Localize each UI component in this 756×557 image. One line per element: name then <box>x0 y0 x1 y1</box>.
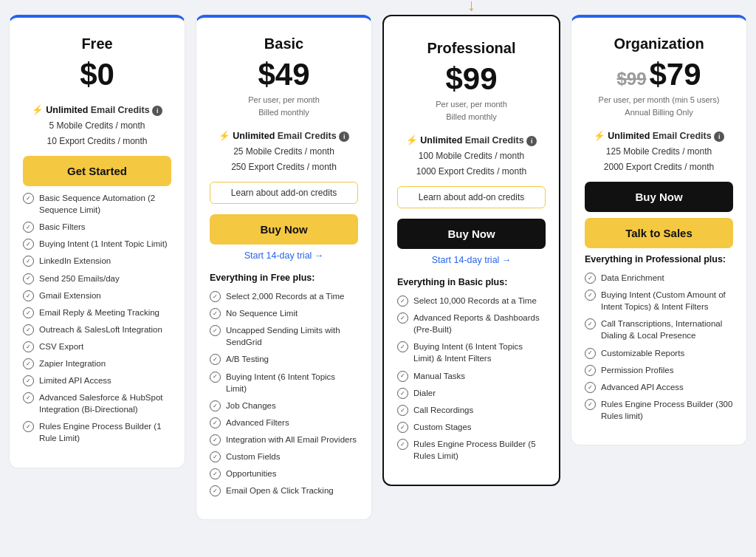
check-icon: ✓ <box>23 273 34 284</box>
feature-text: A/B Testing <box>226 353 269 365</box>
feature-text: Dialer <box>413 387 436 399</box>
feature-item: ✓ Custom Fields <box>210 451 358 462</box>
features-title-organization: Everything in Professional plus: <box>585 254 733 264</box>
cta-button-basic[interactable]: Buy Now <box>210 214 358 245</box>
feature-item: ✓ No Sequence Limit <box>210 307 358 319</box>
trial-link-professional[interactable]: Start 14-day trial → <box>397 255 546 265</box>
feature-text: Buying Intent (1 Intent Topic Limit) <box>39 238 168 250</box>
check-icon: ✓ <box>23 193 34 204</box>
feature-item: ✓ Basic Sequence Automation (2 Sequence … <box>23 192 171 216</box>
check-icon: ✓ <box>585 318 596 329</box>
plan-name-free: Free <box>23 35 171 52</box>
check-icon: ✓ <box>585 290 596 301</box>
check-icon: ✓ <box>397 312 408 324</box>
feature-item: ✓ A/B Testing <box>210 353 358 365</box>
feature-text: Email Reply & Meeting Tracking <box>39 307 159 318</box>
feature-text: Zapier Integration <box>39 358 106 369</box>
feature-text: Rules Engine Process Builder (300 Rules … <box>601 398 733 422</box>
feature-text: Rules Engine Process Builder (5 Rules Li… <box>413 438 546 462</box>
check-icon: ✓ <box>585 273 596 284</box>
check-icon: ✓ <box>210 451 221 462</box>
plan-price-basic: $49 <box>210 57 358 92</box>
feature-item: ✓ Permission Profiles <box>585 364 733 376</box>
cta-button-free[interactable]: Get Started <box>23 156 171 186</box>
check-icon: ✓ <box>23 341 34 352</box>
cta-button-professional[interactable]: Buy Now <box>397 219 546 249</box>
feature-item: ✓ Email Open & Click Tracking <box>210 485 358 496</box>
addon-link-basic[interactable]: Learn about add-on credits <box>210 182 358 204</box>
feature-item: ✓ Rules Engine Process Builder (5 Rules … <box>397 438 546 462</box>
plan-billing-organization: Per user, per month (min 5 users)Annual … <box>585 94 733 118</box>
feature-item: ✓ Advanced Reports & Dashboards (Pre-Bui… <box>397 312 546 335</box>
feature-text: LinkedIn Extension <box>39 255 111 267</box>
plan-card-basic: Basic$49Per user, per monthBilled monthl… <box>196 15 372 520</box>
feature-text: Call Transcriptions, International Diali… <box>601 318 733 341</box>
feature-item: ✓ Advanced API Access <box>585 381 733 393</box>
pricing-container: Free$0⚡ Unlimited Email Credits i5 Mobil… <box>9 15 747 520</box>
feature-item: ✓ Email Reply & Meeting Tracking <box>23 307 171 318</box>
cta-button-sales-organization[interactable]: Talk to Sales <box>585 218 733 248</box>
features-title-basic: Everything in Free plus: <box>210 273 358 283</box>
price-amount-free: $0 <box>80 57 114 92</box>
check-icon: ✓ <box>585 348 596 359</box>
feature-item: ✓ Buying Intent (1 Intent Topic Limit) <box>23 238 171 250</box>
feature-item: ✓ Buying Intent (6 Intent Topics Limit) <box>210 371 358 394</box>
plan-card-professional: ↓Professional$99Per user, per monthBille… <box>382 15 560 486</box>
check-icon: ✓ <box>210 372 221 383</box>
feature-list-basic: ✓ Select 2,000 Records at a Time ✓ No Se… <box>210 290 358 496</box>
plan-billing-basic: Per user, per monthBilled monthly <box>210 94 358 118</box>
feature-text: Limited API Access <box>39 375 111 386</box>
price-amount-professional: $99 <box>445 61 497 96</box>
feature-item: ✓ Select 10,000 Records at a Time <box>397 295 546 307</box>
feature-item: ✓ Rules Engine Process Builder (300 Rule… <box>585 398 733 422</box>
cta-button-buy-organization[interactable]: Buy Now <box>585 182 733 212</box>
feature-list-professional: ✓ Select 10,000 Records at a Time ✓ Adva… <box>397 295 546 462</box>
check-icon: ✓ <box>210 354 221 365</box>
feature-text: Gmail Extension <box>39 290 101 301</box>
check-icon: ✓ <box>23 222 34 233</box>
feature-text: Outreach & SalesLoft Integration <box>39 324 162 335</box>
feature-item: ✓ Select 2,000 Records at a Time <box>210 290 358 302</box>
addon-link-professional[interactable]: Learn about add-on credits <box>397 186 546 208</box>
price-amount-basic: $49 <box>258 57 309 92</box>
feature-item: ✓ Uncapped Sending Limits with SendGrid <box>210 324 358 348</box>
check-icon: ✓ <box>585 399 596 410</box>
check-icon: ✓ <box>23 239 34 250</box>
check-icon: ✓ <box>210 325 221 336</box>
feature-text: Advanced Filters <box>226 417 289 428</box>
check-icon: ✓ <box>397 371 408 382</box>
feature-text: Buying Intent (6 Intent Topics Limit) <box>226 371 358 394</box>
check-icon: ✓ <box>23 375 34 386</box>
feature-item: ✓ Limited API Access <box>23 375 171 386</box>
check-icon: ✓ <box>397 439 408 450</box>
feature-item: ✓ Custom Stages <box>397 421 546 433</box>
feature-list-free: ✓ Basic Sequence Automation (2 Sequence … <box>23 192 171 445</box>
feature-text: Email Open & Click Tracking <box>226 485 334 496</box>
credits-box-organization: ⚡ Unlimited Email Credits i125 Mobile Cr… <box>585 129 733 174</box>
feature-item: ✓ Outreach & SalesLoft Integration <box>23 324 171 335</box>
check-icon: ✓ <box>397 388 408 399</box>
feature-item: ✓ Basic Filters <box>23 221 171 233</box>
feature-item: ✓ Data Enrichment <box>585 272 733 284</box>
check-icon: ✓ <box>23 290 34 301</box>
feature-item: ✓ Rules Engine Process Builder (1 Rule L… <box>23 420 171 444</box>
feature-text: Permission Profiles <box>601 364 673 376</box>
feature-text: Select 2,000 Records at a Time <box>226 290 344 302</box>
credits-box-basic: ⚡ Unlimited Email Credits i25 Mobile Cre… <box>210 129 358 174</box>
feature-item: ✓ Buying Intent (6 Intent Topics Limit) … <box>397 341 546 364</box>
plan-name-basic: Basic <box>210 35 358 52</box>
check-icon: ✓ <box>23 358 34 369</box>
feature-item: ✓ Call Recordings <box>397 404 546 416</box>
feature-text: Manual Tasks <box>413 370 465 382</box>
feature-text: Advanced Reports & Dashboards (Pre-Built… <box>413 312 546 335</box>
check-icon: ✓ <box>23 307 34 318</box>
feature-text: Customizable Reports <box>601 347 684 359</box>
price-amount-organization: $79 <box>649 57 701 92</box>
feature-item: ✓ LinkedIn Extension <box>23 255 171 267</box>
plan-price-professional: $99 <box>397 61 546 97</box>
check-icon: ✓ <box>23 324 34 335</box>
trial-link-basic[interactable]: Start 14-day trial → <box>210 250 358 261</box>
feature-item: ✓ Advanced Filters <box>210 417 358 428</box>
check-icon: ✓ <box>23 421 34 432</box>
feature-item: ✓ Zapier Integration <box>23 358 171 369</box>
